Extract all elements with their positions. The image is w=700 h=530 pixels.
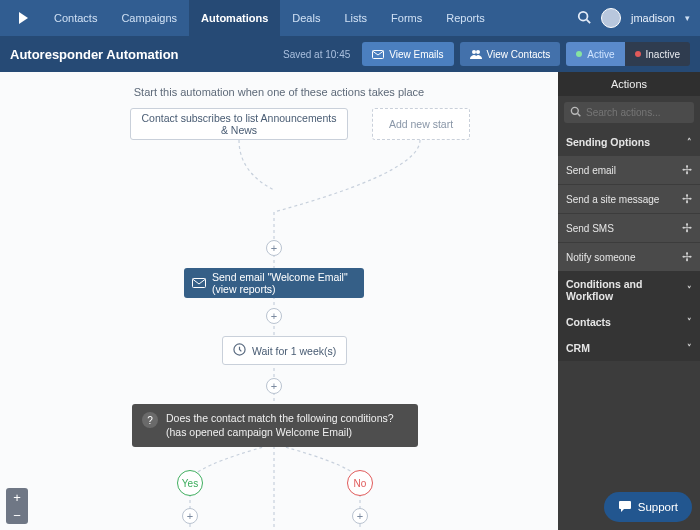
chevron-down-icon[interactable]: ▾ (685, 13, 690, 23)
view-emails-button[interactable]: View Emails (362, 42, 453, 66)
support-button[interactable]: Support (604, 492, 692, 522)
support-label: Support (638, 501, 678, 513)
chevron-down-icon: ˅ (687, 317, 692, 327)
chevron-down-icon: ˅ (687, 343, 692, 353)
send-email-node[interactable]: Send email "Welcome Email" (view reports… (184, 268, 364, 298)
action-send-email[interactable]: Send email✢ (558, 155, 700, 184)
trigger-node[interactable]: Contact subscribes to list Announcements… (130, 108, 348, 140)
branch-no[interactable]: No (347, 470, 373, 496)
mail-icon (192, 278, 206, 288)
section-contacts[interactable]: Contacts˅ (558, 309, 700, 335)
node-label: Send email "Welcome Email" (view reports… (212, 271, 356, 295)
drag-icon: ✢ (682, 192, 692, 206)
nav-deals[interactable]: Deals (280, 0, 332, 36)
status-active[interactable]: Active (566, 42, 624, 66)
app-logo[interactable] (10, 0, 38, 36)
view-contacts-label: View Contacts (487, 49, 551, 60)
automation-canvas[interactable]: Start this automation when one of these … (0, 72, 558, 530)
svg-line-13 (578, 114, 581, 117)
section-conditions[interactable]: Conditions and Workflow˅ (558, 271, 700, 309)
add-step-node[interactable]: + (266, 240, 282, 256)
action-send-a-site-message[interactable]: Send a site message✢ (558, 184, 700, 213)
nav-lists[interactable]: Lists (332, 0, 379, 36)
username[interactable]: jmadison (631, 12, 675, 24)
actions-sidebar: Actions Sending Options˄ Send email✢Send… (558, 72, 700, 530)
add-step-node[interactable]: + (352, 508, 368, 524)
add-step-node[interactable]: + (266, 378, 282, 394)
wait-node[interactable]: Wait for 1 week(s) (222, 336, 347, 365)
clock-icon (233, 343, 246, 358)
svg-line-1 (587, 19, 591, 23)
start-instruction: Start this automation when one of these … (0, 86, 558, 98)
search-icon[interactable] (577, 10, 591, 27)
action-search[interactable] (564, 102, 694, 123)
condition-text: Does the contact match the following con… (166, 412, 408, 439)
section-sending-options[interactable]: Sending Options˄ (558, 129, 700, 155)
add-start-button[interactable]: Add new start (372, 108, 470, 140)
nav-automations[interactable]: Automations (189, 0, 280, 36)
drag-icon: ✢ (682, 250, 692, 264)
section-crm[interactable]: CRM˅ (558, 335, 700, 361)
branch-yes[interactable]: Yes (177, 470, 203, 496)
nav-tabs: ContactsCampaignsAutomationsDealsListsFo… (42, 0, 497, 36)
add-step-node[interactable]: + (182, 508, 198, 524)
chevron-up-icon: ˄ (687, 137, 692, 147)
sub-header: Autoresponder Automation Saved at 10:45 … (0, 36, 700, 72)
nav-contacts[interactable]: Contacts (42, 0, 109, 36)
action-send-sms[interactable]: Send SMS✢ (558, 213, 700, 242)
nav-reports[interactable]: Reports (434, 0, 497, 36)
nav-campaigns[interactable]: Campaigns (109, 0, 189, 36)
condition-node[interactable]: ? Does the contact match the following c… (132, 404, 418, 447)
page-title: Autoresponder Automation (10, 47, 179, 62)
action-notify-someone[interactable]: Notify someone✢ (558, 242, 700, 271)
wait-label: Wait for 1 week(s) (252, 345, 336, 357)
avatar[interactable] (601, 8, 621, 28)
drag-icon: ✢ (682, 221, 692, 235)
chat-icon (618, 500, 632, 515)
add-step-node[interactable]: + (266, 308, 282, 324)
sidebar-header: Actions (558, 72, 700, 96)
svg-rect-8 (193, 279, 206, 288)
top-nav: ContactsCampaignsAutomationsDealsListsFo… (0, 0, 700, 36)
chevron-down-icon: ˅ (687, 285, 692, 295)
question-icon: ? (142, 412, 158, 428)
saved-status: Saved at 10:45 (283, 49, 350, 60)
nav-forms[interactable]: Forms (379, 0, 434, 36)
status-inactive[interactable]: Inactive (625, 42, 690, 66)
action-search-input[interactable] (586, 107, 700, 118)
view-emails-label: View Emails (389, 49, 443, 60)
zoom-in-button[interactable]: + (6, 488, 28, 506)
svg-point-4 (476, 50, 480, 54)
drag-icon: ✢ (682, 163, 692, 177)
view-contacts-button[interactable]: View Contacts (460, 42, 561, 66)
svg-point-3 (472, 50, 476, 54)
zoom-controls: + − (6, 488, 28, 524)
svg-point-0 (579, 11, 588, 20)
search-icon (570, 106, 581, 119)
svg-point-12 (571, 107, 578, 114)
zoom-out-button[interactable]: − (6, 506, 28, 524)
top-right: jmadison ▾ (577, 8, 690, 28)
status-toggle[interactable]: Active Inactive (566, 42, 690, 66)
